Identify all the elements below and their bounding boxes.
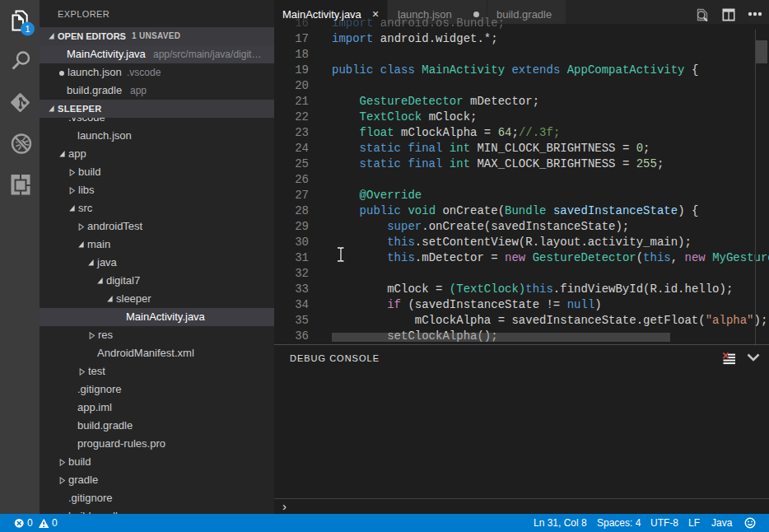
svg-text:1: 1: [25, 24, 30, 34]
